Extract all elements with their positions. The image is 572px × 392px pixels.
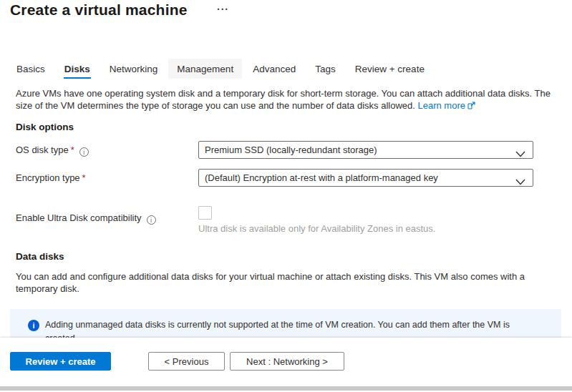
chevron-down-icon	[515, 175, 525, 188]
wizard-tabs: Basics Disks Networking Management Advan…	[16, 59, 425, 79]
tab-advanced[interactable]: Advanced	[252, 59, 296, 79]
tab-management[interactable]: Management	[168, 59, 242, 79]
next-networking-button[interactable]: Next : Networking >	[230, 352, 344, 371]
external-link-icon	[467, 100, 475, 112]
ultra-disk-label: Enable Ultra Disk compatibility	[16, 212, 156, 225]
intro-text: Azure VMs have one operating system disk…	[16, 87, 554, 112]
tab-review-create[interactable]: Review + create	[354, 59, 425, 79]
encryption-type-value: (Default) Encryption at-rest with a plat…	[205, 172, 438, 183]
tab-disks[interactable]: Disks	[64, 59, 91, 79]
tab-networking[interactable]: Networking	[109, 59, 159, 79]
disk-options-heading: Disk options	[16, 122, 74, 132]
review-create-button[interactable]: Review + create	[10, 352, 111, 371]
os-disk-type-label: OS disk type*	[16, 144, 89, 157]
ultra-disk-helper-text: Ultra disk is available only for Availab…	[198, 223, 435, 234]
wizard-footer: Review + create < Previous Next : Networ…	[0, 338, 572, 386]
page-title: Create a virtual machine	[10, 1, 188, 19]
create-vm-page: Create a virtual machine ··· Basics Disk…	[0, 0, 572, 392]
ultra-disk-checkbox[interactable]	[198, 206, 212, 220]
encryption-type-label: Encryption type*	[16, 172, 86, 183]
os-disk-type-value: Premium SSD (locally-redundant storage)	[205, 144, 377, 155]
horizontal-scrollbar[interactable]	[0, 386, 572, 391]
tab-tags[interactable]: Tags	[314, 59, 336, 79]
encryption-type-select[interactable]: (Default) Encryption at-rest with a plat…	[198, 169, 533, 187]
more-options-icon[interactable]: ···	[217, 4, 229, 14]
required-asterisk: *	[71, 144, 74, 155]
tab-basics[interactable]: Basics	[16, 59, 46, 79]
info-icon[interactable]	[147, 215, 156, 225]
learn-more-link[interactable]: Learn more	[418, 100, 465, 111]
data-disks-heading: Data disks	[16, 251, 64, 262]
os-disk-type-select[interactable]: Premium SSD (locally-redundant storage)	[198, 141, 533, 159]
required-asterisk: *	[82, 172, 86, 183]
previous-button[interactable]: < Previous	[148, 352, 225, 371]
data-disks-description: You can add and configure additional dat…	[16, 270, 547, 295]
chevron-down-icon	[515, 147, 525, 160]
info-icon[interactable]	[79, 147, 89, 157]
info-icon	[28, 320, 39, 331]
